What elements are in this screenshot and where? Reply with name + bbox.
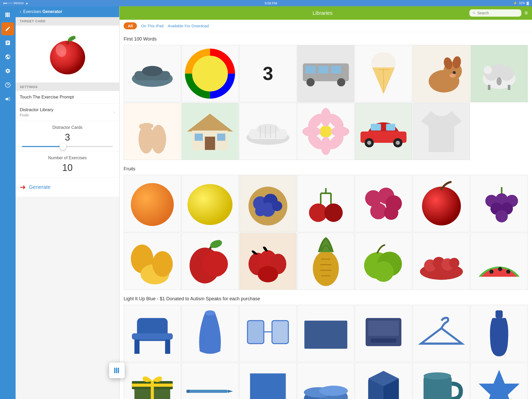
card-apple-fruit[interactable] xyxy=(413,175,470,232)
svg-point-102 xyxy=(202,251,228,277)
filter-tab-ipad[interactable]: On This iPad xyxy=(141,24,163,28)
card-blue-glasses[interactable] xyxy=(239,305,297,362)
blue-chair-image xyxy=(127,308,178,359)
card-blue-phone[interactable] xyxy=(355,305,412,362)
pineapple-image xyxy=(300,236,351,287)
popup-library-icon[interactable] xyxy=(109,363,125,378)
card-blue-gift[interactable] xyxy=(124,363,181,399)
exercise-prompt-text: Exercise Prompt xyxy=(42,95,74,99)
card-raspberries[interactable] xyxy=(355,175,412,232)
generate-section: ➜ Generate xyxy=(16,178,119,197)
svg-marker-143 xyxy=(228,390,233,393)
blue-bowls-image xyxy=(300,366,351,399)
svg-point-96 xyxy=(496,210,508,222)
svg-point-33 xyxy=(484,66,492,74)
card-cantaloupe[interactable] xyxy=(124,233,181,290)
sidebar-item-books[interactable] xyxy=(1,8,14,21)
svg-rect-145 xyxy=(250,373,286,399)
icecream-image xyxy=(358,48,409,99)
svg-rect-46 xyxy=(195,134,203,141)
touch-the-row[interactable]: Touch The Exercise Prompt xyxy=(16,91,119,104)
section-fruits: Fruits xyxy=(124,166,528,290)
card-car[interactable] xyxy=(355,103,412,160)
card-strawberries[interactable] xyxy=(239,233,297,290)
card-pineapple[interactable] xyxy=(297,233,355,290)
back-button[interactable]: ‹ xyxy=(20,9,21,14)
svg-rect-134 xyxy=(368,321,399,336)
svg-point-19 xyxy=(337,78,345,86)
card-blue-board[interactable] xyxy=(297,305,355,362)
menu-icon[interactable]: ≡ xyxy=(524,10,528,16)
sidebar-item-help[interactable] xyxy=(1,78,14,91)
card-red-apple[interactable] xyxy=(182,233,239,290)
svg-rect-47 xyxy=(217,134,225,141)
section-first-100-words: First 100 Words xyxy=(124,36,528,160)
slider-thumb[interactable] xyxy=(59,143,66,150)
card-ball[interactable] xyxy=(182,45,239,102)
filter-tab-download[interactable]: Available For Download xyxy=(168,24,209,28)
blue-gift-image xyxy=(127,366,178,399)
card-white-shoes[interactable] xyxy=(239,103,297,160)
card-three[interactable]: 3 xyxy=(239,45,297,102)
card-shoes[interactable] xyxy=(124,45,181,102)
card-blue-pen[interactable] xyxy=(182,363,239,399)
generator-title: Generator xyxy=(42,9,62,14)
card-feet[interactable] xyxy=(124,103,181,160)
card-cherries[interactable] xyxy=(297,175,355,232)
card-icecream[interactable] xyxy=(355,45,412,102)
section-light-it-up-blue: Light It Up Blue - $1 Donated to Autism … xyxy=(124,296,528,399)
card-watermelon[interactable] xyxy=(470,233,528,290)
card-orange[interactable] xyxy=(124,175,181,232)
card-train[interactable] xyxy=(297,45,355,102)
card-blue-bottle[interactable] xyxy=(470,305,528,362)
sidebar-item-settings[interactable] xyxy=(1,64,14,77)
card-dog[interactable] xyxy=(413,45,470,102)
sidebar-item-globe[interactable] xyxy=(1,50,14,63)
slider-track[interactable] xyxy=(22,146,113,147)
card-flower[interactable] xyxy=(297,103,355,160)
card-sheep[interactable] xyxy=(470,45,528,102)
breadcrumb-exercises: Exercises xyxy=(23,9,41,14)
card-blue-bowls[interactable] xyxy=(297,363,355,399)
status-right: ⚡ 32% ▓ xyxy=(513,1,529,5)
card-tshirt[interactable] xyxy=(413,103,470,160)
svg-rect-157 xyxy=(116,368,117,373)
fruits-card-grid xyxy=(124,175,528,290)
feet-image xyxy=(127,106,178,157)
distractor-library-row[interactable]: Distractor Library Fruits › xyxy=(16,104,119,121)
generate-button[interactable]: Generate xyxy=(29,184,50,190)
svg-point-71 xyxy=(131,183,174,226)
card-blue-box[interactable] xyxy=(355,363,412,399)
sidebar-item-pencil[interactable] xyxy=(1,22,14,35)
house-image xyxy=(184,106,236,157)
slider-container[interactable] xyxy=(20,146,115,147)
section-title-blue: Light It Up Blue - $1 Donated to Autism … xyxy=(124,296,528,302)
libraries-header: Libraries ≡ xyxy=(119,6,532,20)
card-blue-vase[interactable] xyxy=(182,305,239,362)
section-title-fruits: Fruits xyxy=(124,166,528,172)
svg-marker-43 xyxy=(187,114,233,131)
settings-section: SETTINGS Touch The Exercise Prompt Distr… xyxy=(16,83,119,197)
sidebar-item-clipboard[interactable] xyxy=(1,36,14,49)
card-cherry-bowl[interactable] xyxy=(413,233,470,290)
card-house[interactable] xyxy=(182,103,239,160)
card-blueberries[interactable] xyxy=(239,175,297,232)
blue-bottle-image xyxy=(474,308,525,359)
card-blue-hanger[interactable] xyxy=(413,305,470,362)
search-box[interactable] xyxy=(469,9,521,17)
card-blue-square[interactable] xyxy=(239,363,297,399)
card-blue-mug[interactable] xyxy=(413,363,470,399)
card-blue-star[interactable] xyxy=(470,363,528,399)
svg-point-107 xyxy=(258,266,278,282)
card-green-apples[interactable] xyxy=(355,233,412,290)
filter-tab-all[interactable]: All xyxy=(124,22,137,29)
status-left: ●●○○○ Verizon ▲ xyxy=(3,1,29,5)
svg-rect-66 xyxy=(386,124,395,130)
svg-rect-132 xyxy=(304,321,347,349)
sidebar-item-announce[interactable] xyxy=(1,92,14,105)
search-input[interactable] xyxy=(477,11,518,15)
card-lemon[interactable] xyxy=(182,175,239,232)
lemon-image xyxy=(184,178,236,229)
card-blue-chair[interactable] xyxy=(124,305,181,362)
card-grapes[interactable] xyxy=(470,175,528,232)
